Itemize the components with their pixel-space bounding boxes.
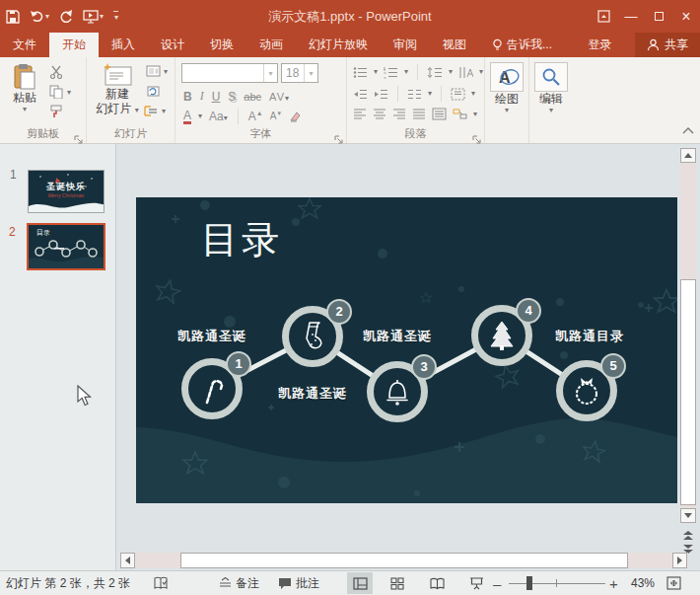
- slide-counter: 幻灯片 第 2 张，共 2 张: [6, 571, 130, 595]
- new-slide-button[interactable]: 新建 幻灯片 ▾: [95, 63, 140, 116]
- tab-insert[interactable]: 插入: [99, 33, 148, 57]
- node-2-label[interactable]: 凯路通圣诞: [258, 385, 367, 403]
- horizontal-scrollbar-thumb[interactable]: [180, 553, 628, 568]
- spell-check-icon[interactable]: [154, 571, 169, 595]
- node-3-label[interactable]: 凯路通圣诞: [343, 328, 452, 345]
- zoom-in-button[interactable]: +: [609, 571, 618, 595]
- section-icon[interactable]: [144, 105, 159, 117]
- slide-canvas[interactable]: 目录 1 2 3: [136, 197, 677, 503]
- share-button[interactable]: 共享: [635, 33, 700, 57]
- line-spacing-icon[interactable]: [427, 66, 443, 79]
- bullets-dropdown-icon[interactable]: ▾: [374, 68, 378, 76]
- zoom-level[interactable]: 43%: [631, 571, 655, 595]
- bell-icon: [384, 377, 411, 407]
- slide-2-thumbnail[interactable]: 目录: [27, 223, 105, 270]
- tab-file[interactable]: 文件: [0, 33, 49, 57]
- vertical-scrollbar-thumb[interactable]: [680, 279, 696, 505]
- copy-dropdown-icon[interactable]: ▾: [67, 89, 71, 97]
- bold-button[interactable]: B: [183, 90, 192, 104]
- tab-slideshow[interactable]: 幻灯片放映: [296, 33, 381, 57]
- node-5-label[interactable]: 凯路通目录: [535, 328, 644, 345]
- smartart-dropdown-icon[interactable]: ▾: [473, 111, 477, 118]
- font-size-dropdown-icon[interactable]: ▾: [304, 64, 317, 82]
- font-dialog-launcher-icon[interactable]: [334, 130, 343, 139]
- zoom-slider-thumb[interactable]: [526, 576, 532, 590]
- slide-1-thumbnail[interactable]: 圣诞快乐 Merry Christmas: [28, 170, 105, 213]
- character-spacing-button[interactable]: AV▾: [269, 91, 290, 103]
- align-left-icon[interactable]: [353, 108, 367, 120]
- editing-button[interactable]: 编辑 ▾: [534, 62, 568, 114]
- text-direction-icon[interactable]: [458, 66, 473, 79]
- copy-icon[interactable]: [49, 85, 63, 99]
- reset-slide-icon[interactable]: [146, 85, 161, 98]
- text-shadow-button[interactable]: S: [228, 90, 236, 104]
- decrease-indent-icon[interactable]: [353, 88, 368, 101]
- change-case-button[interactable]: Aa▾: [209, 110, 228, 123]
- tab-view[interactable]: 视图: [430, 33, 479, 57]
- comments-toggle[interactable]: 批注: [278, 571, 319, 595]
- stocking-icon: [300, 321, 325, 352]
- numbering-icon[interactable]: [384, 66, 398, 79]
- slide-sorter-view-button[interactable]: [385, 572, 410, 594]
- minimize-button[interactable]: —: [617, 0, 645, 33]
- normal-view-button[interactable]: [347, 572, 373, 594]
- strikethrough-button[interactable]: abc: [244, 91, 261, 103]
- notes-toggle[interactable]: 备注: [219, 571, 259, 595]
- layout-dropdown-icon[interactable]: ▾: [164, 68, 168, 76]
- font-color-button[interactable]: A: [183, 110, 191, 124]
- clear-formatting-icon[interactable]: [289, 111, 302, 122]
- text-direction-dropdown-icon[interactable]: ▾: [479, 68, 483, 76]
- distribute-icon[interactable]: [432, 108, 447, 120]
- line-spacing-dropdown-icon[interactable]: ▾: [449, 68, 453, 76]
- scroll-left-button[interactable]: [120, 553, 135, 568]
- scroll-right-button[interactable]: [672, 553, 687, 568]
- layout-icon[interactable]: [146, 65, 161, 77]
- font-color-row: A ▾ Aa▾ A▲ A▼: [183, 109, 302, 124]
- shrink-font-button[interactable]: A▼: [270, 111, 283, 121]
- scroll-up-button[interactable]: [680, 148, 696, 163]
- tab-review[interactable]: 审阅: [381, 33, 430, 57]
- tab-transitions[interactable]: 切换: [197, 33, 246, 57]
- align-text-icon[interactable]: [451, 88, 465, 101]
- fit-slide-to-window-button[interactable]: [666, 571, 681, 595]
- columns-icon[interactable]: [407, 88, 422, 101]
- zoom-out-button[interactable]: –: [493, 571, 501, 595]
- maximize-button[interactable]: [645, 0, 672, 33]
- align-right-icon[interactable]: [392, 108, 406, 120]
- tab-animations[interactable]: 动画: [246, 33, 296, 57]
- scroll-down-button[interactable]: [680, 508, 696, 523]
- clipboard-dialog-launcher-icon[interactable]: [74, 130, 83, 139]
- format-painter-icon[interactable]: [49, 105, 63, 118]
- cut-icon[interactable]: [49, 65, 63, 79]
- font-name-dropdown-icon[interactable]: ▾: [263, 64, 277, 82]
- font-name-combobox[interactable]: ▾: [181, 63, 278, 83]
- paragraph-dialog-launcher-icon[interactable]: [472, 130, 481, 139]
- font-size-combobox[interactable]: 18 ▾: [281, 63, 318, 83]
- grow-font-button[interactable]: A▲: [248, 110, 263, 123]
- tab-home[interactable]: 开始: [49, 33, 99, 57]
- bullets-icon[interactable]: [353, 66, 368, 79]
- align-center-icon[interactable]: [373, 108, 386, 120]
- close-button[interactable]: ×: [672, 0, 700, 33]
- sign-in-link[interactable]: 登录: [576, 33, 625, 57]
- slideshow-view-button[interactable]: [463, 572, 489, 594]
- align-text-dropdown-icon[interactable]: ▾: [471, 90, 475, 98]
- increase-indent-icon[interactable]: [374, 88, 388, 101]
- tab-tell-me[interactable]: 告诉我...: [479, 33, 565, 57]
- italic-button[interactable]: I: [200, 89, 204, 104]
- paste-button[interactable]: 粘贴 ▾: [6, 63, 43, 113]
- font-color-dropdown-icon[interactable]: ▾: [198, 112, 202, 120]
- underline-button[interactable]: U: [212, 90, 221, 104]
- columns-dropdown-icon[interactable]: ▾: [428, 90, 432, 98]
- reading-view-button[interactable]: [424, 572, 450, 594]
- justify-icon[interactable]: [412, 108, 426, 120]
- node-1-label[interactable]: 凯路通圣诞: [158, 328, 266, 345]
- tab-design[interactable]: 设计: [148, 33, 197, 57]
- ribbon-display-options-icon[interactable]: [590, 0, 617, 33]
- numbering-dropdown-icon[interactable]: ▾: [404, 68, 408, 76]
- smartart-convert-icon[interactable]: [453, 108, 467, 120]
- section-dropdown-icon[interactable]: ▾: [162, 108, 166, 115]
- collapse-ribbon-icon[interactable]: [681, 121, 695, 139]
- drawing-button[interactable]: A 绘图 ▾: [490, 62, 524, 114]
- zoom-slider-track[interactable]: [509, 583, 605, 584]
